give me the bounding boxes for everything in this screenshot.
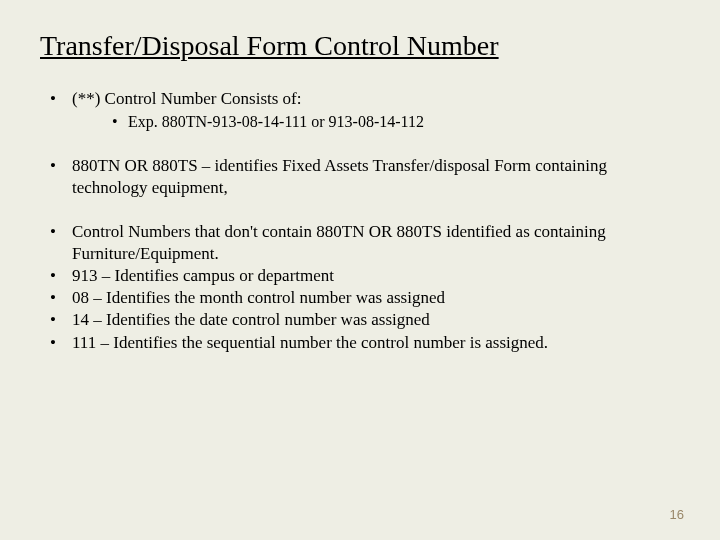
page-number: 16	[670, 507, 684, 522]
sub-bullet-text: Exp. 880TN-913-08-14-111 or 913-08-14-11…	[128, 113, 424, 130]
sub-bullet-list: Exp. 880TN-913-08-14-111 or 913-08-14-11…	[72, 112, 680, 133]
sub-bullet-item: Exp. 880TN-913-08-14-111 or 913-08-14-11…	[72, 112, 680, 133]
bullet-item: (**) Control Number Consists of: Exp. 88…	[40, 88, 680, 133]
bullet-text: 14 – Identifies the date control number …	[72, 310, 430, 329]
bullet-item: 913 – Identifies campus or department	[40, 265, 680, 287]
bullet-text: 880TN OR 880TS – identifies Fixed Assets…	[72, 156, 607, 197]
bullet-list: (**) Control Number Consists of: Exp. 88…	[40, 88, 680, 265]
bullet-item: Control Numbers that don't contain 880TN…	[40, 221, 680, 265]
bullet-text: Control Numbers that don't contain 880TN…	[72, 222, 606, 263]
bullet-list-group: 913 – Identifies campus or department 08…	[40, 265, 680, 353]
bullet-item: 08 – Identifies the month control number…	[40, 287, 680, 309]
bullet-item: 14 – Identifies the date control number …	[40, 309, 680, 331]
bullet-text: 111 – Identifies the sequential number t…	[72, 333, 548, 352]
bullet-text: (**) Control Number Consists of:	[72, 89, 302, 108]
bullet-text: 08 – Identifies the month control number…	[72, 288, 445, 307]
bullet-item: 880TN OR 880TS – identifies Fixed Assets…	[40, 155, 680, 199]
bullet-item: 111 – Identifies the sequential number t…	[40, 332, 680, 354]
bullet-text: 913 – Identifies campus or department	[72, 266, 334, 285]
slide-title: Transfer/Disposal Form Control Number	[40, 30, 680, 62]
